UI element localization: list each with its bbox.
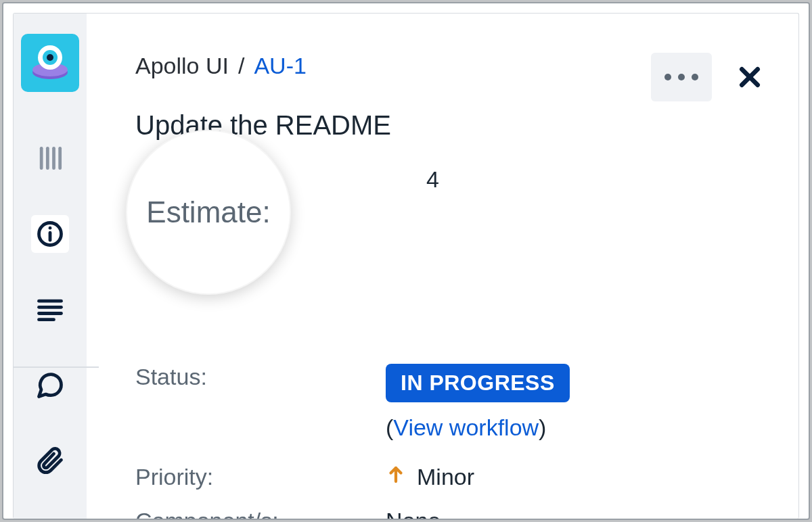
- estimate-label: Estimate:: [146, 195, 270, 229]
- breadcrumb-issue-key[interactable]: AU-1: [254, 53, 306, 79]
- issue-main: Apollo UI / AU-1 Update the README 4 Det…: [87, 14, 798, 519]
- view-workflow-link[interactable]: View workflow: [393, 414, 539, 440]
- magnified-estimate-callout: Estimate:: [126, 130, 291, 295]
- priority-row: Priority: Minor: [135, 464, 758, 490]
- project-avatar-icon[interactable]: [21, 34, 79, 92]
- priority-label: Priority:: [135, 464, 386, 490]
- svg-point-11: [49, 227, 52, 230]
- info-icon[interactable]: [31, 215, 69, 253]
- workflow-line: (View workflow): [386, 414, 758, 441]
- sidebar-divider: [13, 366, 99, 368]
- issue-panel: Apollo UI / AU-1 Update the README 4 Det…: [13, 13, 799, 519]
- status-badge[interactable]: IN PROGRESS: [386, 364, 570, 402]
- components-row: Component/s: None: [135, 508, 758, 519]
- status-row: Status: IN PROGRESS (View workflow): [135, 364, 758, 441]
- attachment-icon[interactable]: [31, 442, 69, 480]
- app-window: Apollo UI / AU-1 Update the README 4 Det…: [2, 2, 810, 520]
- breadcrumb-separator: /: [238, 53, 244, 79]
- close-button[interactable]: [731, 58, 769, 96]
- workflow-prefix: (: [386, 414, 393, 440]
- svg-point-4: [47, 54, 53, 61]
- priority-value[interactable]: Minor: [417, 464, 474, 490]
- more-actions-button[interactable]: [651, 53, 712, 101]
- more-dots-icon: [692, 74, 698, 80]
- components-label: Component/s:: [135, 508, 386, 519]
- status-label: Status:: [135, 364, 386, 390]
- more-dots-icon: [664, 74, 671, 80]
- more-dots-icon: [678, 74, 685, 80]
- details-block: Status: IN PROGRESS (View workflow) Prio…: [135, 364, 758, 519]
- drag-handle-icon[interactable]: [31, 139, 69, 177]
- estimate-value[interactable]: 4: [426, 166, 439, 193]
- components-value[interactable]: None: [386, 508, 758, 519]
- comment-icon[interactable]: [31, 366, 69, 404]
- workflow-suffix: ): [539, 414, 546, 440]
- issue-sidebar: [14, 14, 87, 519]
- breadcrumb-project[interactable]: Apollo UI: [135, 53, 229, 79]
- text-lines-icon[interactable]: [31, 291, 69, 329]
- priority-up-arrow-icon: [386, 464, 406, 490]
